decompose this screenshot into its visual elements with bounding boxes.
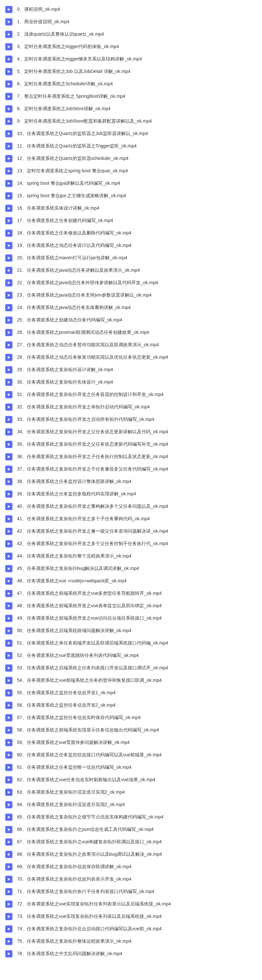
video-item[interactable]: 15、spring boot 整合jpa 之主键生成策略讲解_ok.mp4 [0, 190, 262, 202]
video-item[interactable]: 29、任务调度系统之复杂拓扑设计讲解_ok.mp4 [0, 364, 262, 376]
play-icon [5, 143, 13, 150]
video-item[interactable]: 37、任务调度系统之复杂拓扑开发之子任务兼容多父任务代码编写_ok.mp4 [0, 463, 262, 476]
video-item[interactable]: 6、定时任务调度系统之Scheduler详解_ok.mp4 [0, 78, 262, 90]
play-icon [5, 279, 13, 286]
video-item[interactable]: 49、任务调度系统之前端系统开发之vue访问后台项目系统接口_ok.mp4 [0, 612, 262, 625]
video-item[interactable]: 53、任务调度系统之后端系统之任务列表接口开发以及接口调试开_ok.mp4 [0, 662, 262, 674]
play-icon [5, 205, 13, 212]
video-item[interactable]: 19、任务调度系统之动态任务设计以及代码编写_ok.mp4 [0, 239, 262, 252]
video-item[interactable]: 64、任务调度系统之复杂拓扑渲染造旦实现2_ok.mp4 [0, 799, 262, 811]
video-title: 14、spring boot 整合jpa讲解以及代码编写_ok.mp4 [17, 180, 120, 186]
video-item[interactable]: 7、整合定时任务调度系统之 SpringBoot详解_ok.mp4 [0, 90, 262, 103]
video-title: 33、任务调度系统之复杂拓扑开发之启动所有拓扑代码编写_ok.mp4 [17, 417, 154, 423]
video-item[interactable]: 35、任务调度系统之复杂拓扑开发之父任务状态更新代码编写补充_ok.mp4 [0, 438, 262, 450]
video-item[interactable]: 62、任务调度系统之vue任务信息实时刷新输出以及vue清屏_ok.mp4 [0, 774, 262, 786]
video-title: 53、任务调度系统之后端系统之任务列表接口开发以及接口调试开_ok.mp4 [17, 665, 168, 671]
video-item[interactable]: 51、任务调度系统之单任务前端开发以及联调后端系统接口代码编_ok.mp4 [0, 637, 262, 649]
video-item[interactable]: 38、任务调度系统之任务监控设计整体思路讲解_ok.mp4 [0, 476, 262, 488]
video-item[interactable]: 50、任务调度系统之后端系统路域问题解决讲解_ok.mp4 [0, 625, 262, 637]
video-item[interactable]: 63、任务调度系统之复杂拓扑渲染造旦实现2_ok.mp4 [0, 786, 262, 799]
video-item[interactable]: 72、任务调度系统之vue实现复杂拓扑任务列表显示以及后端系统接_ok.mp4 [0, 898, 262, 910]
video-item[interactable]: 43、任务调度系统之复杂拓扑开发之多个父任务控制子任务执行代_ok.mp4 [0, 538, 262, 550]
video-item[interactable]: 30、任务调度系统之复杂拓扑实体设计_ok.mp4 [0, 376, 262, 388]
video-item[interactable]: 59、任务调度系统之vue页面传参问题解决讲解_ok.mp4 [0, 737, 262, 749]
video-item[interactable]: 41、任务调度系统之复杂拓扑开发之多个子任务重构代码_ok.mp4 [0, 513, 262, 525]
play-icon [5, 627, 13, 634]
video-item[interactable]: 17、任务调度系统之任务创建代码编写_ok.mp4 [0, 215, 262, 227]
video-item[interactable]: 44、任务调度系统之复杂拓扑整个流程效果演示_ok.mp4 [0, 550, 262, 562]
video-item[interactable]: 74、任务调度系统之复杂拓扑后台启动接口代码编写以及vue前_ok.mp4 [0, 923, 262, 935]
video-item[interactable]: 70、任务调度系统之复杂拓扑信息列表表示开发_ok.mp4 [0, 873, 262, 886]
video-item[interactable]: 57、任务调度系统之监控任务信息实时保存代码编写_ok.mp4 [0, 711, 262, 724]
video-item[interactable]: 4、定时任务调度系统之trigger继承关系以及结构讲解_ok.mp4 [0, 53, 262, 65]
video-item[interactable]: 1、商业价值说明_ok.mp4 [0, 16, 262, 28]
play-icon [5, 851, 13, 858]
play-icon [5, 93, 13, 100]
video-item[interactable]: 60、任务调度系统之任务监控信息接口代码编写以及vue前端显_ok.mp4 [0, 749, 262, 761]
video-title: 23、任务调度系统之java动态任务支持jvm参数设置讲解以_ok.mp4 [17, 292, 152, 298]
video-item[interactable]: 47、任务调度系统之前端系统开发之vue多类型任务导航跳转开_ok.mp4 [0, 587, 262, 600]
video-item[interactable]: 54、任务调度系统之vue前端系统之任务的暂停和恢复接口联调_ok.mp4 [0, 674, 262, 687]
play-icon [5, 727, 13, 734]
video-item[interactable]: 26、任务调度系统之postman联调测试动态任务创建效果_ok.mp4 [0, 326, 262, 339]
video-item[interactable]: 36、任务调度系统之复杂拓扑开发之子任务执行控制以及状态更新_ok.mp4 [0, 450, 262, 463]
play-icon [5, 615, 13, 622]
play-icon [5, 105, 13, 113]
video-item[interactable]: 69、任务调度系统之复杂拓扑信息保存联调讲解_ok.mp4 [0, 861, 262, 873]
video-item[interactable]: 31、任务调度系统之复杂拓扑开发之任务容器的控制设计和开发_ok.mp4 [0, 388, 262, 401]
play-icon [5, 838, 13, 846]
video-item[interactable]: 33、任务调度系统之复杂拓扑开发之启动所有拓扑代码编写_ok.mp4 [0, 413, 262, 426]
video-item[interactable]: 46、任务调度系统之vue +nodejs+webpack搭_ok.mp4 [0, 575, 262, 587]
video-item[interactable]: 10、任务调度系统之Quartz的监听器之Job监听器讲解以_ok.mp4 [0, 127, 262, 140]
video-item[interactable]: 11、任务调度系统之Quartz的监听器之Trigger监听_ok.mp4 [0, 140, 262, 153]
video-item[interactable]: 2、浅谈quartz以及整体认识quartz_ok.mp4 [0, 28, 262, 41]
video-item[interactable]: 25、任务调度系统之创建动态任务代码编写_ok.mp4 [0, 314, 262, 326]
video-item[interactable]: 39、任务调度系统之任务监控多线程代码实现讲解_ok.mp4 [0, 488, 262, 500]
video-item[interactable]: 16、任务调度系统实体设计讲解_ok.mp4 [0, 202, 262, 215]
video-item[interactable]: 71、任务调度系统之复杂拓扑执行子任务列表接口代码编写_ok.mp4 [0, 886, 262, 898]
video-item[interactable]: 5、定时任务调度系统之Job 以及JobDetail 详解_ok.mp4 [0, 65, 262, 78]
video-item[interactable]: 61、任务调度系统之任务监控唯一信息代码编写_ok.mp4 [0, 761, 262, 774]
play-icon [5, 652, 13, 659]
video-item[interactable]: 9、定时任务调度系统之JobStore配置和集群配置讲解以及_ok.mp4 [0, 115, 262, 127]
video-item[interactable]: 55、任务调度系统之监控任务信息开发1_ok.mp4 [0, 687, 262, 699]
video-item[interactable]: 27、任务调度系统之动态任务暂停功能实现以及联调效果演示_ok.mp4 [0, 339, 262, 351]
video-item[interactable]: 66、任务调度系统之复杂拓扑之json信息生成工具代码编写_ok.mp4 [0, 823, 262, 836]
video-item[interactable]: 68、任务调度系统之复杂拓扑之效果演示以及bug调试以及解决_ok.mp4 [0, 848, 262, 861]
video-item[interactable]: 67、任务调度系统之复杂拓扑之vue构建复杂拓扑联调以及接口_ok.mp4 [0, 836, 262, 848]
video-item[interactable]: 45、任务调度系统之复杂拓扑bug解决以及调试讲解_ok.mp4 [0, 562, 262, 575]
video-title: 65、任务调度系统之复杂拓扑之细节节点信息实体构建代码编写_ok.mp4 [17, 814, 163, 820]
video-item[interactable]: 20、任务调度系统之maven打可运行jar包讲解_ok.mp4 [0, 252, 262, 264]
video-item[interactable]: 42、任务调度系统之复杂拓扑开发之兼一级父任务查询问题解决讲_ok.mp4 [0, 525, 262, 538]
video-item[interactable]: 18、任务调度系统之任务修改以及删除代码编写_ok.mp4 [0, 227, 262, 239]
video-item[interactable]: 76、任务调度系统之中文乱码问题解决讲解_ok.mp4 [0, 948, 262, 960]
video-item[interactable]: 12、任务调度系统之Quartz的监听器scheduler_ok.mp4 [0, 153, 262, 165]
video-item[interactable]: 14、spring boot 整合jpa讲解以及代码编写_ok.mp4 [0, 177, 262, 190]
video-item[interactable]: 73、任务调度系统之vue实现复杂拓扑任务列表以及后端系统接_ok.mp4 [0, 910, 262, 923]
video-item[interactable]: 21、任务调度系统之java动态任务讲解以及效果演示_ok.mp4 [0, 264, 262, 277]
video-item[interactable]: 52、任务调度系统之vue页面跳转任务列表代码编写_ok.mp4 [0, 649, 262, 662]
play-icon [5, 814, 13, 821]
video-item[interactable]: 58、任务调度系统之前端系统实现显示任务信息输出代码编写_ok.mp4 [0, 724, 262, 737]
video-item[interactable]: 28、任务调度系统之动态任务恢复功能实现以及优化任务状态更新_ok.mp4 [0, 351, 262, 364]
video-item[interactable]: 32、任务调度系统之复杂拓扑开发之单拓扑启动代码编写_ok.mp4 [0, 401, 262, 413]
video-item[interactable]: 56、任务调度系统之监控任务信息开发2_ok.mp4 [0, 699, 262, 711]
video-title: 54、任务调度系统之vue前端系统之任务的暂停和恢复接口联调_ok.mp4 [17, 678, 162, 683]
video-item[interactable]: 65、任务调度系统之复杂拓扑之细节节点信息实体构建代码编写_ok.mp4 [0, 811, 262, 823]
video-item[interactable]: 40、任务调度系统之复杂拓扑开发之重构解决多个父任务问题以及_ok.mp4 [0, 500, 262, 513]
video-title: 69、任务调度系统之复杂拓扑信息保存联调讲解_ok.mp4 [17, 864, 131, 870]
video-title: 27、任务调度系统之动态任务暂停功能实现以及联调效果演示_ok.mp4 [17, 342, 159, 348]
video-item[interactable]: 23、任务调度系统之java动态任务支持jvm参数设置讲解以_ok.mp4 [0, 289, 262, 301]
video-item[interactable]: 34、任务调度系统之复杂拓扑开发之父任务状态更新讲解以及代码_ok.mp4 [0, 426, 262, 438]
video-item[interactable]: 24、任务调度系统之java动态任务实体重构讲解_ok.mp4 [0, 301, 262, 314]
video-item[interactable]: 13、定时任务调度系统之spring boot 整合quar_ok.mp4 [0, 165, 262, 177]
video-title: 49、任务调度系统之前端系统开发之vue访问后台项目系统接口_ok.mp4 [17, 616, 162, 621]
video-item[interactable]: 3、定时任务调度系统之trigger代码初体验_ok.mp4 [0, 41, 262, 53]
video-item[interactable]: 0、课程说明_ok.mp4 [0, 3, 262, 16]
video-item[interactable]: 48、任务调度系统之前端系统开发之vue表单提交以及双向绑定_ok.mp4 [0, 600, 262, 612]
video-item[interactable]: 75、任务调度系统之复杂拓扑整体运程效果演示_ok.mp4 [0, 935, 262, 948]
video-item[interactable]: 8、定时任务调度系统之JobStore讲解_ok.mp4 [0, 103, 262, 115]
video-item[interactable]: 22、任务调度系统之java动态任务外部传参讲解以及代码开发_ok.mp4 [0, 277, 262, 289]
play-icon [5, 366, 13, 374]
play-icon [5, 950, 13, 958]
